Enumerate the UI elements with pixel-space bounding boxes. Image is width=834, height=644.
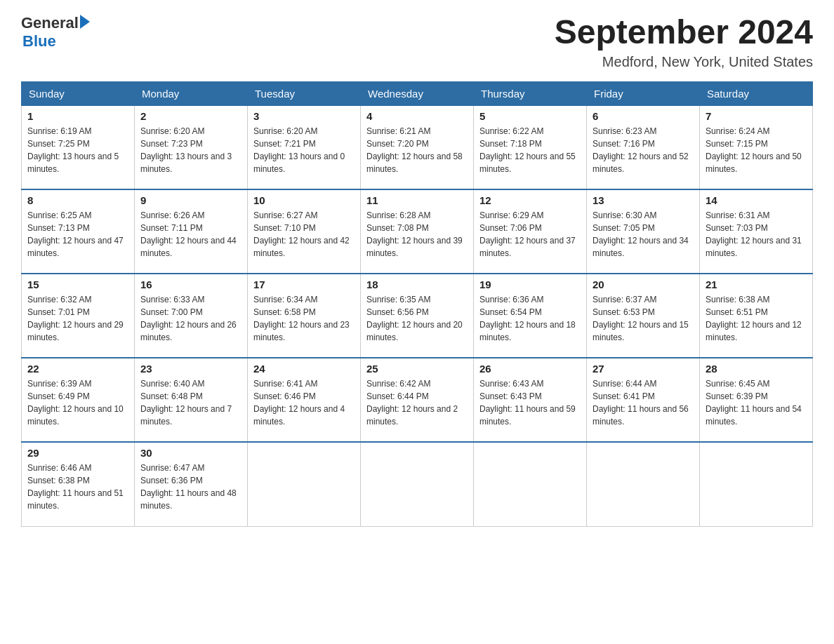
day-info: Sunrise: 6:30 AMSunset: 7:05 PMDaylight:…	[593, 209, 694, 260]
day-info: Sunrise: 6:35 AMSunset: 6:56 PMDaylight:…	[366, 293, 468, 344]
calendar-cell	[474, 442, 587, 526]
day-info: Sunrise: 6:41 AMSunset: 6:46 PMDaylight:…	[253, 377, 355, 428]
weekday-header-tuesday: Tuesday	[248, 81, 361, 105]
day-number: 27	[593, 363, 694, 375]
day-info: Sunrise: 6:33 AMSunset: 7:00 PMDaylight:…	[140, 293, 241, 344]
day-info: Sunrise: 6:36 AMSunset: 6:54 PMDaylight:…	[479, 293, 581, 344]
calendar-cell: 9Sunrise: 6:26 AMSunset: 7:11 PMDaylight…	[135, 189, 248, 274]
month-title: September 2024	[555, 14, 813, 51]
week-row-4: 22Sunrise: 6:39 AMSunset: 6:49 PMDayligh…	[22, 358, 813, 442]
day-number: 19	[479, 279, 581, 290]
day-number: 30	[140, 447, 241, 459]
day-number: 4	[366, 110, 468, 122]
calendar-cell: 27Sunrise: 6:44 AMSunset: 6:41 PMDayligh…	[587, 358, 700, 442]
calendar-cell: 16Sunrise: 6:33 AMSunset: 7:00 PMDayligh…	[135, 274, 248, 358]
day-number: 17	[253, 279, 355, 290]
day-info: Sunrise: 6:43 AMSunset: 6:43 PMDaylight:…	[479, 377, 581, 428]
day-info: Sunrise: 6:24 AMSunset: 7:15 PMDaylight:…	[706, 125, 807, 175]
day-info: Sunrise: 6:19 AMSunset: 7:25 PMDaylight:…	[27, 125, 128, 175]
calendar-cell: 17Sunrise: 6:34 AMSunset: 6:58 PMDayligh…	[248, 274, 361, 358]
calendar-cell: 3Sunrise: 6:20 AMSunset: 7:21 PMDaylight…	[248, 105, 361, 189]
day-number: 23	[140, 363, 241, 375]
day-number: 21	[706, 279, 807, 290]
calendar-cell: 24Sunrise: 6:41 AMSunset: 6:46 PMDayligh…	[248, 358, 361, 442]
week-row-2: 8Sunrise: 6:25 AMSunset: 7:13 PMDaylight…	[22, 189, 813, 274]
week-row-1: 1Sunrise: 6:19 AMSunset: 7:25 PMDaylight…	[22, 105, 813, 189]
calendar-cell: 6Sunrise: 6:23 AMSunset: 7:16 PMDaylight…	[587, 105, 700, 189]
calendar-cell: 18Sunrise: 6:35 AMSunset: 6:56 PMDayligh…	[361, 274, 474, 358]
calendar-cell: 12Sunrise: 6:29 AMSunset: 7:06 PMDayligh…	[474, 189, 587, 274]
day-info: Sunrise: 6:44 AMSunset: 6:41 PMDaylight:…	[593, 377, 694, 428]
day-info: Sunrise: 6:25 AMSunset: 7:13 PMDaylight:…	[27, 209, 128, 260]
weekday-header-wednesday: Wednesday	[361, 81, 474, 105]
calendar-cell: 19Sunrise: 6:36 AMSunset: 6:54 PMDayligh…	[474, 274, 587, 358]
week-row-5: 29Sunrise: 6:46 AMSunset: 6:38 PMDayligh…	[22, 442, 813, 526]
logo: General Blue	[21, 14, 90, 51]
weekday-header-saturday: Saturday	[700, 81, 813, 105]
weekday-header-thursday: Thursday	[474, 81, 587, 105]
day-info: Sunrise: 6:45 AMSunset: 6:39 PMDaylight:…	[706, 377, 807, 428]
calendar-cell: 23Sunrise: 6:40 AMSunset: 6:48 PMDayligh…	[135, 358, 248, 442]
page-header: General Blue September 2024 Medford, New…	[21, 14, 813, 70]
calendar-cell: 5Sunrise: 6:22 AMSunset: 7:18 PMDaylight…	[474, 105, 587, 189]
calendar-cell: 14Sunrise: 6:31 AMSunset: 7:03 PMDayligh…	[700, 189, 813, 274]
day-info: Sunrise: 6:21 AMSunset: 7:20 PMDaylight:…	[366, 125, 468, 175]
day-number: 15	[27, 279, 128, 290]
day-number: 29	[27, 447, 128, 459]
calendar-cell: 4Sunrise: 6:21 AMSunset: 7:20 PMDaylight…	[361, 105, 474, 189]
day-info: Sunrise: 6:46 AMSunset: 6:38 PMDaylight:…	[27, 462, 128, 512]
day-number: 14	[706, 194, 807, 206]
calendar-cell	[700, 442, 813, 526]
weekday-header-sunday: Sunday	[22, 81, 135, 105]
day-number: 1	[27, 110, 128, 122]
day-number: 6	[593, 110, 694, 122]
day-number: 26	[479, 363, 581, 375]
day-number: 9	[140, 194, 241, 206]
week-row-3: 15Sunrise: 6:32 AMSunset: 7:01 PMDayligh…	[22, 274, 813, 358]
day-number: 24	[253, 363, 355, 375]
calendar-cell: 2Sunrise: 6:20 AMSunset: 7:23 PMDaylight…	[135, 105, 248, 189]
day-number: 5	[479, 110, 581, 122]
day-number: 18	[366, 279, 468, 290]
calendar-cell: 10Sunrise: 6:27 AMSunset: 7:10 PMDayligh…	[248, 189, 361, 274]
day-number: 22	[27, 363, 128, 375]
day-info: Sunrise: 6:40 AMSunset: 6:48 PMDaylight:…	[140, 377, 241, 428]
day-info: Sunrise: 6:20 AMSunset: 7:21 PMDaylight:…	[253, 125, 355, 175]
day-info: Sunrise: 6:26 AMSunset: 7:11 PMDaylight:…	[140, 209, 241, 260]
day-number: 20	[593, 279, 694, 290]
day-number: 13	[593, 194, 694, 206]
day-info: Sunrise: 6:34 AMSunset: 6:58 PMDaylight:…	[253, 293, 355, 344]
day-number: 3	[253, 110, 355, 122]
day-number: 10	[253, 194, 355, 206]
calendar-cell: 11Sunrise: 6:28 AMSunset: 7:08 PMDayligh…	[361, 189, 474, 274]
calendar-cell	[248, 442, 361, 526]
weekday-header-friday: Friday	[587, 81, 700, 105]
calendar-cell: 29Sunrise: 6:46 AMSunset: 6:38 PMDayligh…	[22, 442, 135, 526]
calendar-cell: 1Sunrise: 6:19 AMSunset: 7:25 PMDaylight…	[22, 105, 135, 189]
calendar-cell: 30Sunrise: 6:47 AMSunset: 6:36 PMDayligh…	[135, 442, 248, 526]
calendar-cell: 13Sunrise: 6:30 AMSunset: 7:05 PMDayligh…	[587, 189, 700, 274]
day-info: Sunrise: 6:32 AMSunset: 7:01 PMDaylight:…	[27, 293, 128, 344]
weekday-header-row: SundayMondayTuesdayWednesdayThursdayFrid…	[22, 81, 813, 105]
title-block: September 2024 Medford, New York, United…	[555, 14, 813, 70]
day-info: Sunrise: 6:37 AMSunset: 6:53 PMDaylight:…	[593, 293, 694, 344]
day-number: 7	[706, 110, 807, 122]
calendar-cell: 25Sunrise: 6:42 AMSunset: 6:44 PMDayligh…	[361, 358, 474, 442]
day-number: 28	[706, 363, 807, 375]
weekday-header-monday: Monday	[135, 81, 248, 105]
day-info: Sunrise: 6:20 AMSunset: 7:23 PMDaylight:…	[140, 125, 241, 175]
day-number: 8	[27, 194, 128, 206]
calendar-cell: 22Sunrise: 6:39 AMSunset: 6:49 PMDayligh…	[22, 358, 135, 442]
calendar-cell: 15Sunrise: 6:32 AMSunset: 7:01 PMDayligh…	[22, 274, 135, 358]
day-number: 12	[479, 194, 581, 206]
calendar-table: SundayMondayTuesdayWednesdayThursdayFrid…	[21, 81, 813, 527]
calendar-cell: 7Sunrise: 6:24 AMSunset: 7:15 PMDaylight…	[700, 105, 813, 189]
logo-blue-text: Blue	[22, 32, 90, 51]
day-number: 16	[140, 279, 241, 290]
day-number: 25	[366, 363, 468, 375]
logo-general-text: General	[21, 14, 79, 32]
calendar-cell: 21Sunrise: 6:38 AMSunset: 6:51 PMDayligh…	[700, 274, 813, 358]
day-number: 11	[366, 194, 468, 206]
day-info: Sunrise: 6:23 AMSunset: 7:16 PMDaylight:…	[593, 125, 694, 175]
day-info: Sunrise: 6:27 AMSunset: 7:10 PMDaylight:…	[253, 209, 355, 260]
